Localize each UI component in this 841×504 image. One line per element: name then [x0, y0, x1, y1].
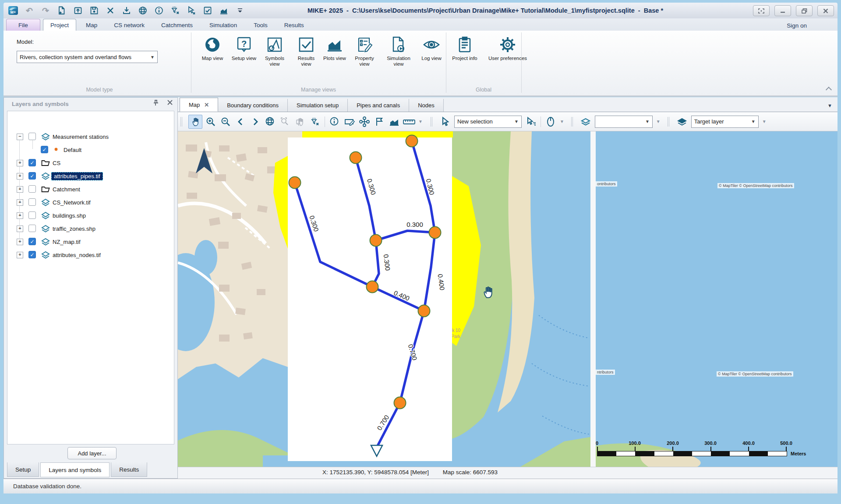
plots-view-button[interactable]: Plots view — [322, 33, 348, 61]
expand-toggle[interactable] — [17, 239, 23, 245]
select-by-attribute-icon[interactable] — [524, 115, 537, 128]
sign-on-link[interactable]: Sign on — [787, 22, 807, 29]
undo-icon[interactable]: ↶ — [24, 5, 35, 16]
secondary-map[interactable]: ontributors © MapTiler © OpenStreetMap c… — [596, 131, 837, 467]
map-canvas[interactable]: k 10 Park — [178, 131, 837, 467]
redo-icon[interactable]: ↷ — [40, 5, 51, 16]
toolbar-overflow-icon[interactable]: ▼ — [762, 119, 767, 124]
layer-row[interactable]: buildings.shp — [7, 209, 174, 222]
layer-checkbox[interactable] — [28, 211, 36, 219]
expand-toggle[interactable] — [17, 226, 23, 232]
close-panel-icon[interactable] — [167, 99, 173, 106]
layer-checkbox[interactable] — [28, 172, 36, 180]
layer-row[interactable]: attributes_nodes.tif — [7, 249, 174, 261]
layer-row[interactable]: NZ_map.tif — [7, 236, 174, 248]
symbols-view-button[interactable]: Symbols view — [258, 33, 291, 67]
edit-layer-select[interactable]: ▼ — [595, 116, 653, 128]
toolbar-grip[interactable] — [431, 117, 435, 127]
menu-tab-project[interactable]: Project — [43, 19, 76, 31]
results-view-button[interactable]: Results view — [291, 33, 322, 67]
topology-icon[interactable] — [358, 115, 371, 128]
add-layer-button[interactable]: Add layer... — [67, 447, 117, 459]
zoom-to-selection-icon[interactable] — [279, 115, 292, 128]
mouse-settings-icon[interactable] — [544, 115, 557, 128]
target-layer-select[interactable]: Target layer ▼ — [691, 116, 759, 128]
doc-tab-boundary-conditions[interactable]: Boundary conditions — [218, 99, 288, 112]
toolbar-grip[interactable] — [668, 117, 672, 127]
tab-setup[interactable]: Setup — [7, 462, 39, 477]
toolbar-options-icon[interactable] — [235, 5, 245, 16]
expand-toggle[interactable] — [17, 199, 23, 206]
layer-checkbox[interactable] — [41, 146, 48, 153]
toolbar-grip[interactable] — [180, 117, 185, 127]
layer-checkbox[interactable] — [28, 238, 36, 245]
menu-tab-tools[interactable]: Tools — [247, 19, 275, 31]
user-preferences-button[interactable]: User preferences — [480, 33, 535, 61]
tab-results[interactable]: Results — [111, 462, 147, 477]
doc-tab-map[interactable]: Map ✕ — [180, 98, 218, 112]
toolbar-overflow-icon[interactable]: ▼ — [560, 119, 564, 124]
pan-to-selection-icon[interactable] — [293, 115, 307, 128]
clear-selection-icon[interactable] — [186, 5, 197, 16]
layer-checkbox[interactable] — [28, 185, 36, 193]
fullscreen-button[interactable] — [753, 5, 770, 16]
save-icon[interactable] — [89, 5, 99, 16]
new-file-icon[interactable] — [57, 5, 67, 16]
layer-row-selected[interactable]: attributes_pipes.tif — [7, 170, 174, 182]
globe-icon[interactable] — [138, 5, 148, 16]
layer-checkbox[interactable] — [28, 159, 36, 166]
menu-tab-map[interactable]: Map — [79, 19, 104, 31]
edit-annotation-icon[interactable] — [343, 115, 356, 128]
collapse-ribbon-icon[interactable] — [826, 87, 831, 90]
project-info-button[interactable]: Project info — [449, 33, 480, 61]
layer-row[interactable]: CS — [7, 157, 174, 169]
zoom-out-icon[interactable] — [219, 115, 232, 128]
full-extent-icon[interactable] — [264, 115, 277, 128]
measure-icon[interactable] — [403, 115, 416, 128]
toolbar-overflow-icon[interactable]: ▼ — [656, 119, 661, 124]
feature-info-icon[interactable] — [328, 115, 341, 128]
previous-extent-icon[interactable] — [234, 115, 247, 128]
clear-validation-icon[interactable] — [308, 115, 322, 128]
layer-checkbox[interactable] — [28, 133, 36, 140]
menu-tab-catchments[interactable]: Catchments — [154, 19, 200, 31]
map-splitter[interactable] — [590, 131, 596, 467]
restore-button[interactable] — [796, 5, 813, 16]
layer-checkbox[interactable] — [28, 198, 36, 206]
property-view-button[interactable]: Property view — [348, 33, 381, 67]
close-button[interactable] — [817, 5, 834, 16]
profile-plot-icon[interactable] — [388, 115, 401, 128]
close-tab-icon[interactable]: ✕ — [204, 102, 209, 108]
chart-icon[interactable] — [219, 5, 229, 16]
pan-tool-icon[interactable] — [188, 115, 202, 129]
layer-checkbox[interactable] — [28, 251, 36, 258]
pin-icon[interactable] — [152, 99, 159, 106]
tab-layers-and-symbols[interactable]: Layers and symbols — [40, 462, 110, 477]
main-map[interactable]: k 10 Park — [178, 131, 590, 467]
simulation-view-button[interactable]: Simulation view — [381, 33, 416, 67]
doc-tab-simulation-setup[interactable]: Simulation setup — [288, 99, 348, 112]
selection-mode-select[interactable]: New selection ▼ — [454, 116, 522, 128]
expand-toggle[interactable] — [17, 186, 23, 193]
layer-checkbox[interactable] — [28, 225, 36, 232]
layer-row[interactable]: Catchment — [7, 183, 174, 195]
next-extent-icon[interactable] — [249, 115, 262, 128]
select-pointer-icon[interactable] — [438, 115, 452, 128]
layer-row[interactable]: CS_Network.tif — [7, 196, 174, 208]
tab-list-dropdown-icon[interactable]: ▼ — [827, 103, 832, 108]
doc-tab-pipes-and-canals[interactable]: Pipes and canals — [348, 99, 409, 112]
toolbar-grip[interactable] — [571, 117, 576, 127]
menu-tab-simulation[interactable]: Simulation — [202, 19, 244, 31]
zoom-in-icon[interactable] — [204, 115, 217, 128]
info-icon[interactable] — [154, 5, 164, 16]
menu-tab-cs-network[interactable]: CS network — [107, 19, 152, 31]
expand-toggle[interactable] — [17, 160, 23, 166]
map-view-button[interactable]: Map view — [195, 33, 230, 61]
layer-row[interactable]: traffic_zones.shp — [7, 222, 174, 235]
open-file-icon[interactable] — [73, 5, 83, 16]
log-view-button[interactable]: Log view — [416, 33, 447, 61]
setup-view-button[interactable]: ? Setup view — [230, 33, 258, 61]
menu-tab-file[interactable]: File — [6, 19, 40, 31]
toolbar-overflow-icon[interactable]: ▼ — [418, 119, 423, 124]
clear-validation-icon[interactable] — [170, 5, 180, 16]
